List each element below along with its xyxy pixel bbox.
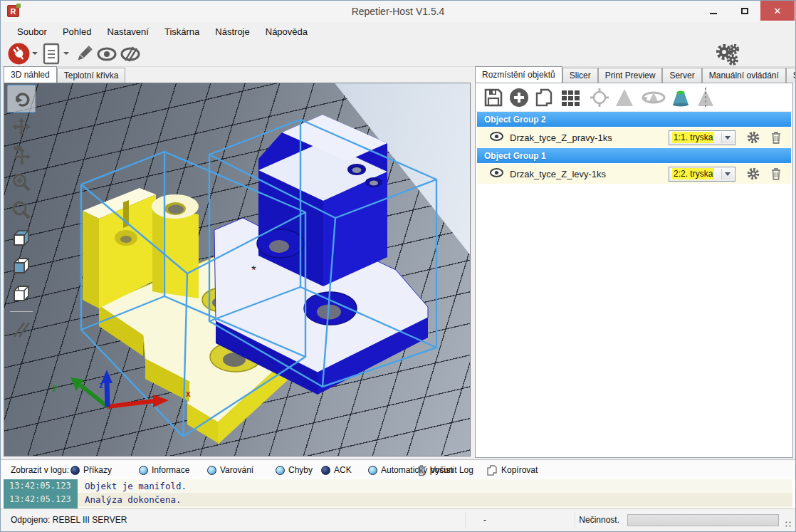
axis-y-label: y <box>52 382 57 392</box>
toggle-circle-icon <box>276 466 285 475</box>
parallel-lines-icon <box>11 320 31 340</box>
object-name: Drzak_tyce_Z_levy-1ks <box>510 169 606 179</box>
eye-icon <box>96 45 117 63</box>
scale-object-button[interactable] <box>614 87 635 111</box>
connection-status: Odpojeno: REBEL III SERVER <box>11 515 127 525</box>
menu-bar: Soubor Pohled Nastavení Tiskárna Nástroj… <box>1 22 795 41</box>
log-timestamp: 13:42:05.123 <box>9 494 78 504</box>
tab-sd-karta[interactable]: SD karta <box>786 68 796 83</box>
filter-prikazy-toggle[interactable]: Příkazy <box>70 460 112 480</box>
menu-pohled[interactable]: Pohled <box>55 24 99 40</box>
menu-nastroje[interactable]: Nástroje <box>207 24 257 40</box>
tab-manualni-ovladani[interactable]: Manuální ovládání <box>702 68 786 83</box>
filter-informace-toggle[interactable]: Informace <box>139 460 189 480</box>
show-filament-button[interactable] <box>96 45 117 63</box>
tab-teplotni-krivka[interactable]: Teplotní křivka <box>57 68 126 83</box>
parallel-projection-button[interactable] <box>7 315 36 343</box>
axis-z-label: z <box>99 380 103 390</box>
rotate-object-button[interactable] <box>641 87 666 111</box>
menu-nastaveni[interactable]: Nastavení <box>99 24 157 40</box>
tab-rozmisteni-objektu[interactable]: Rozmístění objektů <box>475 66 562 83</box>
object-settings-button[interactable] <box>747 167 760 183</box>
connect-button[interactable] <box>8 43 30 65</box>
resize-grip-icon[interactable] <box>785 521 792 528</box>
status-center: - <box>483 515 486 525</box>
object-panel-body: Object Group 2 Drzak_tyce_Z_pravy-1ks 1:… <box>475 83 793 458</box>
extruder-value: 1:1. tryska <box>672 132 714 143</box>
copy-object-button[interactable] <box>534 87 555 111</box>
printer-settings-button[interactable] <box>714 42 741 66</box>
log-area[interactable]: 13:42:05.123 13:42:05.123 Objekt je mani… <box>1 479 795 508</box>
maximize-icon <box>741 8 748 14</box>
dropdown-arrow-icon <box>721 132 733 143</box>
copy-icon <box>486 464 498 476</box>
load-dropdown[interactable] <box>63 49 69 58</box>
hide-travel-button[interactable] <box>119 45 142 63</box>
connect-dropdown[interactable] <box>32 49 38 58</box>
tab-slicer[interactable]: Slicer <box>562 68 598 83</box>
grid-icon <box>560 87 582 108</box>
window-title: Repetier-Host V1.5.4 <box>1 6 795 17</box>
object-group-header[interactable]: Object Group 2 <box>477 112 791 127</box>
object-group-header[interactable]: Object Group 1 <box>477 148 791 163</box>
menu-soubor[interactable]: Soubor <box>9 24 55 40</box>
minimize-button[interactable] <box>698 1 729 21</box>
center-object-button[interactable] <box>588 87 611 111</box>
edit-object-button[interactable] <box>73 43 95 65</box>
tab-print-preview[interactable]: Print Preview <box>598 68 663 83</box>
front-view-button[interactable] <box>7 251 36 279</box>
object-settings-button[interactable] <box>747 131 760 147</box>
copy-log-button[interactable]: Kopírovat <box>486 460 538 480</box>
log-filter-label: Zobrazit v logu: <box>11 460 69 480</box>
object-row[interactable]: Drzak_tyce_Z_levy-1ks 2:2. tryska <box>477 164 791 184</box>
cut-object-button[interactable] <box>669 87 692 111</box>
tab-3d-nahled[interactable]: 3D náhled <box>4 66 57 83</box>
maximize-button[interactable] <box>729 1 760 21</box>
move-icon <box>11 117 31 137</box>
lay-flat-button[interactable] <box>695 87 716 111</box>
filter-ack-toggle[interactable]: ACK <box>321 460 352 480</box>
log-message: Objekt je manifold. <box>85 481 187 491</box>
status-divider <box>465 512 466 528</box>
close-button[interactable]: ✕ <box>760 1 795 21</box>
filter-varovani-toggle[interactable]: Varování <box>207 460 253 480</box>
title-bar[interactable]: R Repetier-Host V1.5.4 ✕ <box>1 1 795 22</box>
visibility-eye-icon[interactable] <box>490 131 503 145</box>
viewport-pane: 3D náhled Teplotní křivka <box>4 67 472 458</box>
status-bar: Odpojeno: REBEL III SERVER - Nečinnost. <box>1 508 795 532</box>
cut-object-icon <box>669 87 692 108</box>
blue-model[interactable] <box>214 115 428 395</box>
view-toolbar <box>7 85 36 343</box>
move-viewpoint-button[interactable] <box>7 140 36 168</box>
floppy-icon <box>483 87 504 108</box>
3d-viewport[interactable]: * x y z <box>4 83 471 457</box>
object-row[interactable]: Drzak_tyce_Z_pravy-1ks 1:1. tryska <box>477 127 791 147</box>
extruder-select[interactable]: 2:2. tryska <box>669 167 735 182</box>
autoposition-button[interactable] <box>560 87 582 111</box>
extruder-select[interactable]: 1:1. tryska <box>669 130 735 145</box>
delete-object-button[interactable] <box>770 167 782 184</box>
top-view-button[interactable] <box>7 279 36 307</box>
save-button[interactable] <box>483 87 504 111</box>
filter-chyby-toggle[interactable]: Chyby <box>276 460 313 480</box>
load-button[interactable] <box>42 43 61 65</box>
lay-flat-icon <box>695 87 716 108</box>
menu-tiskarna[interactable]: Tiskárna <box>157 24 207 40</box>
rotate-view-button[interactable] <box>7 85 36 113</box>
add-object-button[interactable] <box>508 87 530 111</box>
move-view-button[interactable] <box>7 113 36 140</box>
tab-server[interactable]: Server <box>662 68 701 83</box>
delete-object-button[interactable] <box>770 130 782 147</box>
visibility-eye-icon[interactable] <box>490 167 503 181</box>
eye-slash-icon <box>119 45 142 63</box>
zoom-in-button[interactable] <box>7 168 36 196</box>
clear-log-button[interactable]: Vyčistit Log <box>417 460 473 480</box>
iso-view-button[interactable] <box>7 224 36 251</box>
log-message: Analýza dokončena. <box>85 494 181 505</box>
toggle-circle-icon <box>368 466 377 475</box>
close-icon: ✕ <box>774 6 782 16</box>
zoom-fit-button[interactable] <box>7 196 36 224</box>
log-filter-bar: Zobrazit v logu: Příkazy Informace Varov… <box>1 459 795 479</box>
rotate-icon <box>11 89 31 109</box>
menu-napoveda[interactable]: Nápověda <box>258 24 315 40</box>
